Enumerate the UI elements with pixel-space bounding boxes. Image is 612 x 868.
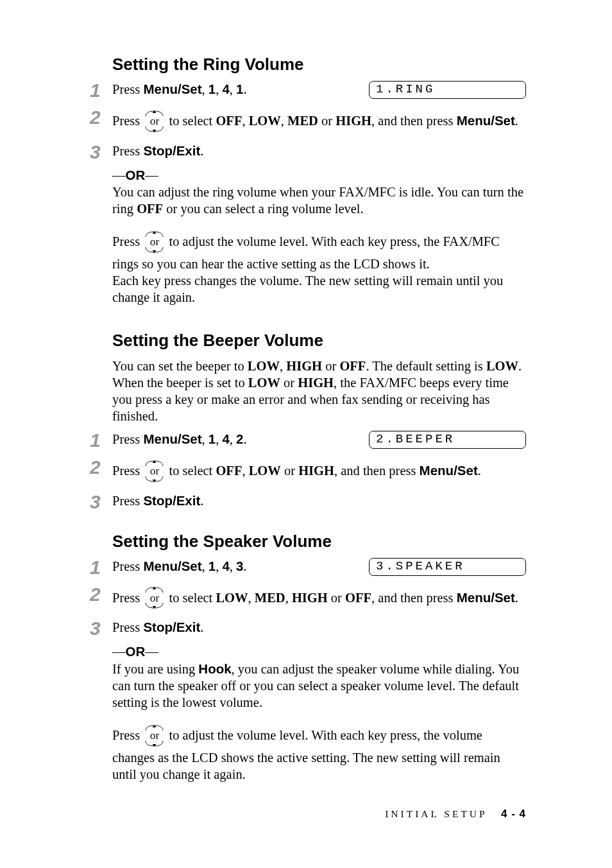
step-number: 2 xyxy=(90,585,112,604)
section-heading-speaker: Setting the Speaker Volume xyxy=(112,531,526,552)
up-down-or-icon: or xyxy=(143,586,166,610)
menuset-key: Menu/Set xyxy=(457,113,515,128)
paragraph: Each key press changes the volume. The n… xyxy=(112,272,526,306)
stopexit-key: Stop/Exit xyxy=(143,143,200,158)
section-heading-beeper: Setting the Beeper Volume xyxy=(112,330,526,351)
stopexit-key: Stop/Exit xyxy=(143,493,200,508)
step-text: Press xyxy=(112,494,143,508)
page-footer: INITIAL SETUP 4 - 4 xyxy=(385,807,526,821)
footer-page-number: 4 - 4 xyxy=(501,808,526,820)
step-1-beeper: 1 2.BEEPER Press Menu/Set, 1, 4, 2. xyxy=(90,431,526,450)
step-number: 1 xyxy=(90,81,112,100)
step-text: Press xyxy=(112,559,143,573)
step-text: Press xyxy=(112,82,143,96)
up-down-or-icon: or xyxy=(143,724,166,748)
step-2-ring: 2 Press or to select OFF, LOW, MED or HI… xyxy=(90,108,526,134)
step-1-ring: 1 1.RING Press Menu/Set, 1, 4, 1. xyxy=(90,81,526,100)
step-number: 3 xyxy=(90,492,112,512)
step-text: Press xyxy=(112,620,143,634)
step-number: 3 xyxy=(90,619,112,638)
up-down-or-icon: or xyxy=(143,109,166,134)
paragraph: Press or to adjust the volume level. Wit… xyxy=(112,722,526,783)
menuset-key: Menu/Set xyxy=(143,82,201,96)
menuset-key: Menu/Set xyxy=(457,590,515,605)
stopexit-key: Stop/Exit xyxy=(143,620,200,634)
step-text: Press xyxy=(112,464,143,478)
section-heading-ring: Setting the Ring Volume xyxy=(112,54,526,75)
step-number: 2 xyxy=(90,458,112,477)
menuset-key: Menu/Set xyxy=(143,559,201,573)
lcd-display: 3.SPEAKER xyxy=(369,558,526,576)
step-2-speaker: 2 Press or to select LOW, MED, HIGH or O… xyxy=(90,585,526,611)
or-separator: —OR— xyxy=(112,167,526,184)
menuset-key: Menu/Set xyxy=(420,463,478,478)
paragraph: You can set the beeper to LOW, HIGH or O… xyxy=(112,358,526,425)
step-3-ring: 3 Press Stop/Exit. xyxy=(90,143,526,162)
step-number: 1 xyxy=(90,558,112,577)
up-down-or-icon: or xyxy=(143,459,166,483)
or-separator: —OR— xyxy=(112,643,526,660)
lcd-display: 2.BEEPER xyxy=(369,431,526,449)
menuset-key: Menu/Set xyxy=(143,431,201,446)
step-2-beeper: 2 Press or to select OFF, LOW or HIGH, a… xyxy=(90,458,526,484)
step-text: Press xyxy=(112,591,143,605)
step-text: Press xyxy=(112,114,143,128)
paragraph: If you are using Hook, you can adjust th… xyxy=(112,661,526,711)
step-3-speaker: 3 Press Stop/Exit. xyxy=(90,619,526,638)
step-3-beeper: 3 Press Stop/Exit. xyxy=(90,492,526,512)
step-text: Press xyxy=(112,432,143,446)
step-number: 1 xyxy=(90,431,112,450)
step-text: Press xyxy=(112,144,143,158)
paragraph: Press or to adjust the volume level. Wit… xyxy=(112,229,526,272)
lcd-display: 1.RING xyxy=(369,81,526,99)
footer-section: INITIAL SETUP xyxy=(385,808,487,819)
step-number: 2 xyxy=(90,108,112,127)
hook-key: Hook xyxy=(198,661,231,676)
up-down-or-icon: or xyxy=(143,230,166,254)
paragraph: You can adjust the ring volume when your… xyxy=(112,184,526,217)
step-number: 3 xyxy=(90,143,112,162)
step-1-speaker: 1 3.SPEAKER Press Menu/Set, 1, 4, 3. xyxy=(90,558,526,577)
